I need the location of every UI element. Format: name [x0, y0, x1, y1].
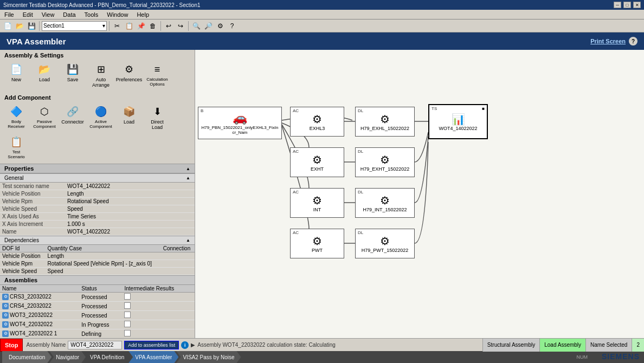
menu-edit[interactable]: Edit: [21, 11, 35, 18]
stop-button[interactable]: Stop: [0, 339, 23, 352]
new-file-icon[interactable]: 📄: [2, 21, 13, 31]
load-btn[interactable]: 📂 Load: [33, 62, 56, 88]
close-btn[interactable]: ✕: [633, 2, 641, 8]
section-dropdown[interactable]: Section1 ▾: [42, 21, 107, 31]
dependencies-table: DOF Id Quantity Case Connection Vehicle …: [0, 245, 195, 275]
settings-icon[interactable]: ⚙: [215, 21, 226, 31]
intermediate-checkbox[interactable]: [124, 321, 131, 327]
assembly-icon: ⚙: [2, 303, 9, 309]
node-name-ac1: EXHL3: [310, 126, 325, 131]
redo-icon[interactable]: ↪: [175, 21, 186, 31]
menu-file[interactable]: File: [2, 11, 16, 18]
assembly-icon: ⚙: [2, 294, 9, 300]
prop-row: Vehicle Rpm Rotational Speed: [0, 198, 195, 205]
copy-icon[interactable]: 📋: [124, 21, 134, 31]
save-btn[interactable]: 💾 Save: [61, 62, 85, 88]
breadcrumb-navigator[interactable]: Navigator: [49, 351, 86, 363]
menu-window[interactable]: Window: [105, 11, 130, 18]
assembly-row[interactable]: ⚙CRS4_22032022 Processed: [0, 302, 195, 311]
vpa-assembler-header: VPA Assembler Print Screen ?: [0, 33, 644, 50]
direct-load-btn[interactable]: ⬇ Direct Load: [145, 104, 169, 130]
node-ac4[interactable]: AC ⚙ PWT: [290, 229, 344, 258]
menu-data[interactable]: Data: [61, 11, 78, 18]
preferences-btn[interactable]: ⚙ Preferences: [117, 62, 141, 88]
node-ac3[interactable]: AC ⚙ INT: [290, 188, 344, 218]
node-dl2[interactable]: DL ⚙ H79_EXHT_15022022: [355, 147, 415, 177]
assembly-row[interactable]: ⚙WOT4_22032022 1 Defining: [0, 329, 195, 339]
help-icon[interactable]: ?: [629, 37, 637, 46]
maximize-btn[interactable]: □: [623, 2, 631, 8]
menu-help[interactable]: Help: [134, 11, 151, 18]
calculation-options-btn[interactable]: ≡ Calculation Options: [145, 62, 169, 88]
properties-header[interactable]: Properties ▲: [0, 164, 195, 173]
new-icon: 📄: [8, 62, 25, 77]
sep2: [109, 21, 110, 31]
assembly-settings-toolbar: 📄 New 📂 Load 💾 Save ⊞ Auto Arrange ⚙ Pre…: [0, 60, 195, 90]
save-icon[interactable]: 💾: [26, 21, 37, 31]
status-bar: Stop Assembly Name Add to assemblies lis…: [0, 338, 644, 351]
breadcrumb-vpa-definition[interactable]: VPA Definition: [83, 351, 131, 363]
dl4-icon: ⚙: [380, 235, 390, 248]
new-btn[interactable]: 📄 New: [4, 62, 28, 88]
assembly-name-input[interactable]: [68, 341, 122, 349]
paste-icon[interactable]: 📌: [136, 21, 146, 31]
title-bar: Simcenter Testlab Desktop Advanced - PBN…: [0, 0, 644, 10]
intermediate-checkbox[interactable]: [124, 312, 131, 318]
breadcrumb-documentation[interactable]: Documentation: [2, 351, 51, 363]
prop-row: X Axis Increment 1.000 s: [0, 221, 195, 228]
dl3-icon: ⚙: [380, 194, 390, 207]
node-ac2[interactable]: AC ⚙ EXHT: [290, 147, 344, 177]
node-body[interactable]: B 🚗 H79_PBN_15022021_onlyEXHL3_FixIncr_N…: [198, 107, 282, 139]
menu-tools[interactable]: Tools: [82, 11, 101, 18]
body-receiver-icon: 🔷: [8, 104, 25, 119]
general-collapse-arrow: ▲: [186, 176, 190, 180]
cut-icon[interactable]: ✂: [112, 21, 123, 31]
assemblies-section-header[interactable]: Assemblies: [0, 275, 195, 285]
node-ac1[interactable]: AC ⚙ EXHL3: [290, 107, 344, 137]
dl2-icon: ⚙: [380, 153, 390, 166]
intermediate-checkbox[interactable]: [124, 330, 131, 336]
node-name-dl4: H79_PWT_15022022: [362, 248, 409, 253]
breadcrumb-visa2[interactable]: VISA2 Pass by Noise: [176, 351, 241, 363]
zoom-in-icon[interactable]: 🔍: [191, 21, 202, 31]
load-component-btn[interactable]: 📦 Load: [117, 104, 141, 130]
test-scenario-btn[interactable]: 📋 Test Scenario: [4, 134, 28, 159]
node-dl3[interactable]: DL ⚙ H79_INT_15022022: [355, 188, 415, 218]
minimize-btn[interactable]: ─: [614, 2, 621, 8]
prop-row: Vehicle Position Length: [0, 190, 195, 198]
node-label-b: B: [201, 108, 203, 113]
assembly-row[interactable]: ⚙WOT3_22032022 Processed: [0, 311, 195, 320]
passive-component-btn[interactable]: ⬡ Passive Component: [33, 104, 56, 130]
menu-view[interactable]: View: [40, 11, 57, 18]
node-dl4[interactable]: DL ⚙ H79_PWT_15022022: [355, 229, 415, 258]
dependencies-header[interactable]: Dependencies ▲: [0, 236, 195, 245]
menu-bar: File Edit View Data Tools Window Help: [0, 10, 644, 20]
zoom-out-icon[interactable]: 🔎: [203, 21, 214, 31]
undo-icon[interactable]: ↩: [163, 21, 174, 31]
diagram-canvas[interactable]: B 🚗 H79_PBN_15022021_onlyEXHL3_FixIncr_N…: [195, 50, 644, 338]
help-toolbar-icon[interactable]: ?: [227, 21, 237, 31]
ac4-icon: ⚙: [312, 235, 322, 248]
body-receiver-btn[interactable]: 🔷 Body Receiver: [4, 104, 28, 130]
connector-btn[interactable]: 🔗 Connector: [61, 104, 85, 130]
intermediate-checkbox[interactable]: [124, 302, 131, 309]
general-header[interactable]: General ▲: [0, 173, 195, 183]
intermediate-checkbox[interactable]: [124, 293, 131, 300]
ts-icon: 📊: [452, 113, 465, 126]
node-dl1[interactable]: DL ⚙ H79_EXHL_15022022: [355, 107, 415, 137]
print-screen-link[interactable]: Print Screen: [590, 38, 626, 44]
node-ts[interactable]: TS ■ 📊 WOT4_14022022: [428, 104, 488, 139]
assembly-icon: ⚙: [2, 321, 9, 328]
structural-assembly-item: Structural Assembly: [482, 339, 539, 352]
assemblies-table[interactable]: Name Status Intermediate Results ⚙CRS3_2…: [0, 285, 195, 338]
breadcrumb-vpa-assembler[interactable]: VPA Assembler: [128, 351, 178, 363]
assembly-row[interactable]: ⚙WOT4_22032022 In Progress: [0, 320, 195, 329]
add-to-assemblies-btn[interactable]: Add to assemblies list: [124, 341, 179, 349]
assembly-row[interactable]: ⚙CRS3_22032022 Processed: [0, 293, 195, 302]
dep-row: Vehicle Position Length: [0, 252, 195, 260]
open-icon[interactable]: 📂: [14, 21, 25, 31]
active-component-btn[interactable]: 🔵 Active Component: [89, 104, 113, 130]
delete-icon[interactable]: 🗑: [147, 21, 158, 31]
auto-arrange-btn[interactable]: ⊞ Auto Arrange: [89, 62, 113, 88]
node-label-ac1: AC: [293, 108, 299, 113]
